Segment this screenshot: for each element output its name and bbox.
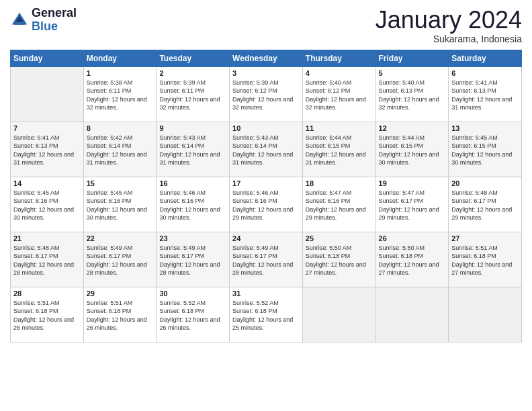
calendar-cell: 7 Sunrise: 5:41 AMSunset: 6:13 PMDayligh… (11, 122, 84, 177)
day-number: 23 (159, 234, 226, 242)
calendar-cell: 26 Sunrise: 5:50 AMSunset: 6:18 PMDaylig… (375, 232, 449, 287)
calendar-cell: 19 Sunrise: 5:47 AMSunset: 6:17 PMDaylig… (375, 177, 449, 232)
day-info: Sunrise: 5:48 AMSunset: 6:17 PMDaylight:… (451, 189, 519, 222)
col-sunday: Sunday (11, 50, 84, 66)
day-number: 3 (232, 69, 300, 77)
calendar-cell: 25 Sunrise: 5:50 AMSunset: 6:18 PMDaylig… (302, 232, 375, 287)
calendar-cell: 12 Sunrise: 5:44 AMSunset: 6:15 PMDaylig… (375, 122, 449, 177)
day-info: Sunrise: 5:49 AMSunset: 6:17 PMDaylight:… (159, 244, 226, 277)
logo-general: General (32, 7, 77, 20)
day-number: 17 (232, 179, 300, 187)
day-number: 10 (232, 124, 300, 132)
header: General Blue January 2024 Sukarama, Indo… (10, 7, 522, 44)
calendar-cell: 17 Sunrise: 5:46 AMSunset: 6:16 PMDaylig… (230, 177, 303, 232)
day-info: Sunrise: 5:48 AMSunset: 6:17 PMDaylight:… (13, 244, 81, 277)
calendar-cell: 30 Sunrise: 5:52 AMSunset: 6:18 PMDaylig… (157, 287, 230, 342)
calendar-cell: 6 Sunrise: 5:41 AMSunset: 6:13 PMDayligh… (449, 66, 522, 122)
header-row: Sunday Monday Tuesday Wednesday Thursday… (11, 50, 522, 66)
calendar-cell: 8 Sunrise: 5:42 AMSunset: 6:14 PMDayligh… (83, 122, 157, 177)
day-number: 2 (159, 69, 226, 77)
calendar-week-row: 7 Sunrise: 5:41 AMSunset: 6:13 PMDayligh… (11, 122, 522, 177)
day-info: Sunrise: 5:50 AMSunset: 6:18 PMDaylight:… (379, 244, 446, 277)
day-number: 13 (451, 124, 519, 132)
day-info: Sunrise: 5:44 AMSunset: 6:15 PMDaylight:… (306, 134, 373, 167)
calendar-table: Sunday Monday Tuesday Wednesday Thursday… (10, 50, 522, 342)
day-number: 25 (306, 234, 373, 242)
calendar-cell (302, 287, 375, 342)
day-info: Sunrise: 5:40 AMSunset: 6:12 PMDaylight:… (306, 79, 373, 112)
day-info: Sunrise: 5:42 AMSunset: 6:14 PMDaylight:… (87, 134, 154, 167)
day-info: Sunrise: 5:49 AMSunset: 6:17 PMDaylight:… (232, 244, 300, 277)
day-number: 19 (379, 179, 446, 187)
day-number: 1 (87, 69, 154, 77)
day-number: 24 (232, 234, 300, 242)
col-wednesday: Wednesday (230, 50, 303, 66)
day-info: Sunrise: 5:44 AMSunset: 6:15 PMDaylight:… (379, 134, 446, 167)
day-number: 26 (379, 234, 446, 242)
day-info: Sunrise: 5:38 AMSunset: 6:11 PMDaylight:… (87, 79, 154, 112)
calendar-week-row: 21 Sunrise: 5:48 AMSunset: 6:17 PMDaylig… (11, 232, 522, 287)
calendar-header: Sunday Monday Tuesday Wednesday Thursday… (11, 50, 522, 66)
calendar-cell: 14 Sunrise: 5:45 AMSunset: 6:16 PMDaylig… (11, 177, 84, 232)
day-number: 12 (379, 124, 446, 132)
day-info: Sunrise: 5:51 AMSunset: 6:18 PMDaylight:… (13, 299, 81, 332)
calendar-cell: 23 Sunrise: 5:49 AMSunset: 6:17 PMDaylig… (157, 232, 230, 287)
day-info: Sunrise: 5:52 AMSunset: 6:18 PMDaylight:… (232, 299, 300, 332)
day-info: Sunrise: 5:40 AMSunset: 6:13 PMDaylight:… (379, 79, 446, 112)
calendar-week-row: 14 Sunrise: 5:45 AMSunset: 6:16 PMDaylig… (11, 177, 522, 232)
col-saturday: Saturday (449, 50, 522, 66)
calendar-body: 1 Sunrise: 5:38 AMSunset: 6:11 PMDayligh… (11, 66, 522, 342)
calendar-cell: 1 Sunrise: 5:38 AMSunset: 6:11 PMDayligh… (83, 66, 157, 122)
calendar-cell: 29 Sunrise: 5:51 AMSunset: 6:18 PMDaylig… (83, 287, 157, 342)
day-info: Sunrise: 5:52 AMSunset: 6:18 PMDaylight:… (159, 299, 226, 332)
month-title: January 2024 (375, 7, 522, 34)
day-number: 29 (87, 289, 154, 298)
calendar-cell: 11 Sunrise: 5:44 AMSunset: 6:15 PMDaylig… (302, 122, 375, 177)
col-monday: Monday (83, 50, 157, 66)
day-info: Sunrise: 5:39 AMSunset: 6:12 PMDaylight:… (232, 79, 300, 112)
day-info: Sunrise: 5:46 AMSunset: 6:16 PMDaylight:… (159, 189, 226, 222)
location-subtitle: Sukarama, Indonesia (375, 34, 522, 44)
svg-rect-2 (15, 22, 24, 25)
calendar-cell: 5 Sunrise: 5:40 AMSunset: 6:13 PMDayligh… (375, 66, 449, 122)
day-number: 11 (306, 124, 373, 132)
calendar-cell: 9 Sunrise: 5:43 AMSunset: 6:14 PMDayligh… (157, 122, 230, 177)
col-thursday: Thursday (302, 50, 375, 66)
day-number: 22 (87, 234, 154, 242)
day-number: 14 (13, 179, 81, 187)
day-number: 16 (159, 179, 226, 187)
day-info: Sunrise: 5:47 AMSunset: 6:17 PMDaylight:… (379, 189, 446, 222)
day-number: 5 (379, 69, 446, 77)
day-info: Sunrise: 5:43 AMSunset: 6:14 PMDaylight:… (159, 134, 226, 167)
logo-text: General Blue (32, 7, 77, 34)
calendar-page: General Blue January 2024 Sukarama, Indo… (0, 0, 532, 411)
day-info: Sunrise: 5:49 AMSunset: 6:17 PMDaylight:… (87, 244, 154, 277)
calendar-cell: 16 Sunrise: 5:46 AMSunset: 6:16 PMDaylig… (157, 177, 230, 232)
day-number: 9 (159, 124, 226, 132)
day-number: 18 (306, 179, 373, 187)
calendar-week-row: 28 Sunrise: 5:51 AMSunset: 6:18 PMDaylig… (11, 287, 522, 342)
day-number: 30 (159, 289, 226, 298)
day-info: Sunrise: 5:46 AMSunset: 6:16 PMDaylight:… (232, 189, 300, 222)
day-number: 21 (13, 234, 81, 242)
calendar-cell: 4 Sunrise: 5:40 AMSunset: 6:12 PMDayligh… (302, 66, 375, 122)
calendar-cell: 21 Sunrise: 5:48 AMSunset: 6:17 PMDaylig… (11, 232, 84, 287)
calendar-cell (449, 287, 522, 342)
logo-icon (10, 11, 29, 30)
day-info: Sunrise: 5:41 AMSunset: 6:13 PMDaylight:… (13, 134, 81, 167)
calendar-cell: 27 Sunrise: 5:51 AMSunset: 6:18 PMDaylig… (449, 232, 522, 287)
day-info: Sunrise: 5:47 AMSunset: 6:16 PMDaylight:… (306, 189, 373, 222)
calendar-cell: 10 Sunrise: 5:43 AMSunset: 6:14 PMDaylig… (230, 122, 303, 177)
day-number: 27 (451, 234, 519, 242)
day-number: 15 (87, 179, 154, 187)
day-info: Sunrise: 5:45 AMSunset: 6:15 PMDaylight:… (451, 134, 519, 167)
day-number: 31 (232, 289, 300, 298)
logo: General Blue (10, 7, 77, 34)
day-number: 28 (13, 289, 81, 298)
day-number: 6 (451, 69, 519, 77)
calendar-cell: 15 Sunrise: 5:45 AMSunset: 6:16 PMDaylig… (83, 177, 157, 232)
calendar-cell: 13 Sunrise: 5:45 AMSunset: 6:15 PMDaylig… (449, 122, 522, 177)
calendar-week-row: 1 Sunrise: 5:38 AMSunset: 6:11 PMDayligh… (11, 66, 522, 122)
day-info: Sunrise: 5:39 AMSunset: 6:11 PMDaylight:… (159, 79, 226, 112)
day-info: Sunrise: 5:45 AMSunset: 6:16 PMDaylight:… (87, 189, 154, 222)
